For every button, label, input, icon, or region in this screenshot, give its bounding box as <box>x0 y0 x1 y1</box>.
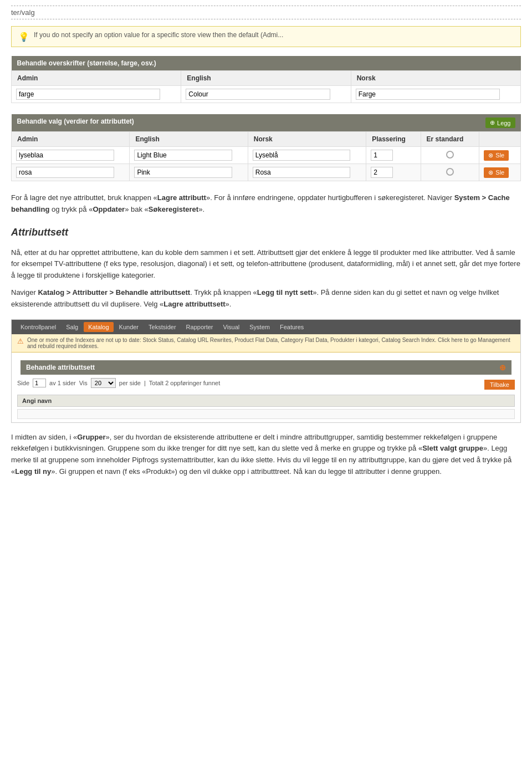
pagination-row: Side av 1 sider Vis 20 50 100 per side |… <box>17 378 515 391</box>
table1-col-english: English <box>181 71 351 86</box>
warning-text: One or more of the Indexes are not up to… <box>27 337 515 349</box>
cell-action-2[interactable]: ⊗ Sle <box>479 164 521 181</box>
table2-col-admin: Admin <box>12 132 130 147</box>
cell-english-1[interactable] <box>130 147 248 164</box>
cell-erstandard-2[interactable] <box>421 164 479 181</box>
panel-body: Behandle attributtsett ⊕ Side av 1 sider… <box>12 353 520 422</box>
cell-norsk[interactable] <box>351 86 520 103</box>
cell-action-1[interactable]: ⊗ Sle <box>479 147 521 164</box>
table2-col-english: English <box>130 132 248 147</box>
cell-norsk-1[interactable] <box>248 147 366 164</box>
delete-icon-1: ⊗ <box>488 152 493 159</box>
cell-norsk-2[interactable] <box>248 164 366 181</box>
cell-english-2[interactable] <box>130 164 248 181</box>
table2-title: Behandle valg (verdier for attributtet) … <box>12 114 521 132</box>
av-label: av 1 sider <box>49 380 76 386</box>
nav-visual[interactable]: Visual <box>219 322 244 332</box>
cell-erstandard-1[interactable] <box>421 147 479 164</box>
nav-kunder[interactable]: Kunder <box>115 322 143 332</box>
cell-admin[interactable] <box>12 86 181 103</box>
info-text: If you do not specify an option value fo… <box>34 31 283 39</box>
filter-input-area[interactable] <box>17 409 515 419</box>
side-label: Side <box>17 380 29 386</box>
pagination: Side av 1 sider Vis 20 50 100 per side |… <box>17 378 220 388</box>
content-para3: Naviger Katalog > Attributter > Behandle… <box>11 287 521 310</box>
vis-label: Vis <box>79 380 88 386</box>
per-side-select[interactable]: 20 50 100 <box>91 378 116 388</box>
nav-kontrollpanel[interactable]: Kontrollpanel <box>16 322 60 332</box>
table1-col-admin: Admin <box>12 71 181 86</box>
filter-row: Angi navn <box>17 395 515 407</box>
nav-katalog[interactable]: Katalog <box>84 322 113 332</box>
info-box: 💡 If you do not specify an option value … <box>11 26 521 47</box>
filter-label: Angi navn <box>22 397 52 404</box>
table-overskrifter: Behandle overskrifter (størrelse, farge,… <box>11 56 521 103</box>
content-para2: Nå, etter at du har opprettet attributte… <box>11 247 521 282</box>
cell-admin-1[interactable] <box>12 147 130 164</box>
cell-plassering-1[interactable] <box>366 147 421 164</box>
table2-col-erstandard: Er standard <box>421 132 479 147</box>
cell-admin-2[interactable] <box>12 164 130 181</box>
cell-english[interactable] <box>181 86 351 103</box>
content-attributtsett: Nå, etter at du har opprettet attributte… <box>11 247 521 310</box>
warning-icon: ⚠ <box>17 337 24 345</box>
table2-col-plassering: Plassering <box>366 132 421 147</box>
content-para4: I midten av siden, i «Grupper», ser du h… <box>11 432 521 478</box>
add-icon: ⊕ <box>490 119 495 126</box>
table1-col-norsk: Norsk <box>351 71 520 86</box>
delete-button-1[interactable]: ⊗ Sle <box>484 150 509 161</box>
panel-nav: Kontrollpanel Salg Katalog Kunder Teksts… <box>12 320 520 334</box>
back-button[interactable]: Tilbake <box>484 380 515 390</box>
nav-rapporter[interactable]: Rapporter <box>182 322 218 332</box>
table1-title: Behandle overskrifter (størrelse, farge,… <box>12 56 521 71</box>
panel-title-icon: ⊕ <box>499 363 506 372</box>
total-label: Totalt 2 oppføringer funnet <box>149 380 220 386</box>
nav-tekstsider[interactable]: Tekstsider <box>144 322 181 332</box>
table-valg: Behandle valg (verdier for attributtet) … <box>11 114 521 181</box>
info-icon: 💡 <box>18 32 29 42</box>
radio-erstandard-1[interactable] <box>446 151 454 159</box>
radio-erstandard-2[interactable] <box>446 168 454 176</box>
table-row: ⊗ Sle <box>12 147 521 164</box>
section-heading-attributtsett: Attributtsett <box>11 227 521 238</box>
breadcrumb: ter/valg <box>11 6 521 19</box>
delete-button-2[interactable]: ⊗ Sle <box>484 167 509 178</box>
table2-col-norsk: Norsk <box>248 132 366 147</box>
table-row: ⊗ Sle <box>12 164 521 181</box>
panel-warning: ⚠ One or more of the Indexes are not up … <box>12 334 520 353</box>
per-side-label: per side <box>119 380 141 386</box>
table-row <box>12 86 521 103</box>
panel-pagination-area: Side av 1 sider Vis 20 50 100 per side |… <box>17 378 515 419</box>
content-para1: For å lagre det nye attributtet, bruk kn… <box>11 192 521 216</box>
screenshot-panel: Kontrollpanel Salg Katalog Kunder Teksts… <box>11 319 521 423</box>
page-input[interactable] <box>33 379 46 387</box>
nav-system[interactable]: System <box>245 322 274 332</box>
cell-plassering-2[interactable] <box>366 164 421 181</box>
panel-title: Behandle attributtsett <box>26 364 95 371</box>
panel-title-bar: Behandle attributtsett ⊕ <box>21 360 511 375</box>
nav-features[interactable]: Features <box>275 322 308 332</box>
delete-icon-2: ⊗ <box>488 169 493 176</box>
add-option-button[interactable]: ⊕ Legg <box>485 118 515 128</box>
nav-salg[interactable]: Salg <box>62 322 83 332</box>
